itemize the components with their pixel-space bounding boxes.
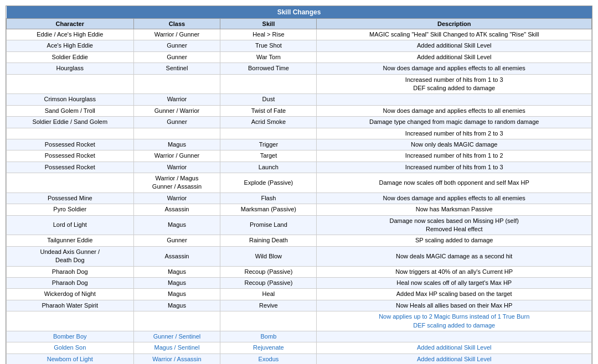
cell-description: Damage type changed from magic damage to… <box>317 117 592 128</box>
cell-character: Crimson Hourglass <box>7 94 134 105</box>
cell-class: Magus <box>133 215 220 235</box>
cell-character <box>7 173 134 193</box>
table-row: Tailgunner EddieGunnerRaining DeathSP sc… <box>7 235 592 246</box>
cell-class: Warrior / Gunner <box>133 150 220 162</box>
cell-class: Sentinel <box>133 63 220 74</box>
cell-class <box>133 74 220 94</box>
cell-skill <box>220 74 317 94</box>
table-row: Increased number of hits from 1 to 3DEF … <box>7 74 592 94</box>
cell-skill: Trigger <box>220 139 317 150</box>
cell-skill: Bomb <box>220 331 317 342</box>
table-row: Crimson HourglassWarriorDust <box>7 94 592 105</box>
cell-class: Warrior <box>133 162 220 173</box>
cell-class: Warrior <box>133 193 220 204</box>
table-title: Skill Changes <box>7 6 592 19</box>
cell-character <box>7 74 134 94</box>
cell-skill: Exodus <box>220 353 317 364</box>
cell-class: Warrior / MagusGunner / Assassin <box>133 173 220 193</box>
cell-description: Now applies up to 2 Magic Burns instead … <box>317 311 592 331</box>
table-row: Possessed MineWarriorFlashNow does damag… <box>7 193 592 204</box>
cell-skill: Rejuvenate <box>220 342 317 353</box>
header-character: Character <box>7 19 134 29</box>
cell-class: Magus <box>133 139 220 150</box>
cell-character: Possessed Rocket <box>7 150 134 162</box>
cell-skill: Flash <box>220 193 317 204</box>
cell-skill: Dust <box>220 94 317 105</box>
table-row: Newborn of LightWarrior / AssassinExodus… <box>7 353 592 364</box>
cell-skill: War Torn <box>220 51 317 63</box>
cell-class <box>133 311 220 331</box>
table-row: HourglassSentinelBorrowed TimeNow does d… <box>7 63 592 74</box>
table-row: Soldier EddieGunnerWar TornAdded additio… <box>7 51 592 63</box>
cell-character <box>7 311 134 331</box>
table-row: Golden SonMagus / SentinelRejuvenateAdde… <box>7 342 592 353</box>
cell-skill: Target <box>220 150 317 162</box>
table-row: Pharaoh DogMagusRecoup (Passive)Now trig… <box>7 266 592 277</box>
cell-character: Sand Golem / Troll <box>7 105 134 116</box>
cell-skill: Recoup (Passive) <box>220 266 317 277</box>
cell-class: Gunner / Warrior <box>133 105 220 116</box>
cell-skill: Twist of Fate <box>220 105 317 116</box>
cell-description: Now only deals MAGIC damage <box>317 139 592 150</box>
table-row: Lord of LightMagusPromise LandDamage now… <box>7 215 592 235</box>
header-class: Class <box>133 19 220 29</box>
cell-description: Added additional Skill Level <box>317 51 592 63</box>
table-row: Possessed RocketMagusTriggerNow only dea… <box>7 139 592 150</box>
cell-character: Bomber Boy <box>7 331 134 342</box>
cell-description: Added additional Skill Level <box>317 353 592 364</box>
cell-description: Damage now scales off both opponent and … <box>317 173 592 193</box>
cell-description: Added additional Skill Level <box>317 40 592 51</box>
table-row: Bomber BoyGunner / SentinelBomb <box>7 331 592 342</box>
cell-description: Now triggers at 40% of an ally's Current… <box>317 266 592 277</box>
table-row: Warrior / MagusGunner / AssassinExplode … <box>7 173 592 193</box>
cell-character: Soldier Eddie / Sand Golem <box>7 117 134 128</box>
cell-description: Now has Marksman Passive <box>317 204 592 215</box>
cell-description: Increased number of hits from 2 to 3 <box>317 128 592 139</box>
cell-description: Added Max HP scaling based on the target <box>317 289 592 300</box>
cell-description: Now deals MAGIC damage as a second hit <box>317 246 592 266</box>
cell-skill: Launch <box>220 162 317 173</box>
cell-class <box>133 128 220 139</box>
cell-class: Magus <box>133 266 220 277</box>
cell-description <box>317 94 592 105</box>
cell-skill: Heal > Rise <box>220 29 317 40</box>
cell-skill <box>220 128 317 139</box>
table-row: Pharaoh DogMagusRecoup (Passive)Heal now… <box>7 277 592 288</box>
cell-character <box>7 128 134 139</box>
cell-character: Hourglass <box>7 63 134 74</box>
cell-class: Warrior <box>133 94 220 105</box>
cell-character: Possessed Rocket <box>7 162 134 173</box>
cell-description: SP scaling added to damage <box>317 235 592 246</box>
cell-character: Undead Axis Gunner /Death Dog <box>7 246 134 266</box>
cell-character: Ace's High Eddie <box>7 40 134 51</box>
cell-character: Lord of Light <box>7 215 134 235</box>
cell-character: Soldier Eddie <box>7 51 134 63</box>
cell-skill: Raining Death <box>220 235 317 246</box>
cell-character: Possessed Rocket <box>7 139 134 150</box>
cell-character: Eddie / Ace's High Eddie <box>7 29 134 40</box>
cell-description: Damage now scales based on Missing HP (s… <box>317 215 592 235</box>
cell-description: Now does damage and applies effects to a… <box>317 193 592 204</box>
cell-class: Magus <box>133 289 220 300</box>
cell-character: Pharaoh Water Spirit <box>7 300 134 311</box>
cell-character: Possessed Mine <box>7 193 134 204</box>
cell-class: Gunner <box>133 40 220 51</box>
table-header-row: Character Class Skill Description <box>7 19 592 29</box>
cell-skill: Revive <box>220 300 317 311</box>
table-row: Pyro SoldierAssassinMarksman (Passive)No… <box>7 204 592 215</box>
table-row: Soldier Eddie / Sand GolemGunnerAcrid Sm… <box>7 117 592 128</box>
cell-description: Increased number of hits from 1 to 3DEF … <box>317 74 592 94</box>
cell-skill: Explode (Passive) <box>220 173 317 193</box>
table-row: Pharaoh Water SpiritMagusReviveNow Heals… <box>7 300 592 311</box>
cell-class: Assassin <box>133 246 220 266</box>
cell-skill: Wild Blow <box>220 246 317 266</box>
cell-description: Now does damage and applies effects to a… <box>317 105 592 116</box>
table-row: Ace's High EddieGunnerTrue ShotAdded add… <box>7 40 592 51</box>
cell-description: Now Heals all allies based on their Max … <box>317 300 592 311</box>
table-title-row: Skill Changes <box>7 6 592 19</box>
table-row: Eddie / Ace's High EddieWarrior / Gunner… <box>7 29 592 40</box>
cell-class: Gunner <box>133 51 220 63</box>
cell-description: MAGIC scaling "Heal" Skill Changed to AT… <box>317 29 592 40</box>
cell-description: Now does damage and applies effects to a… <box>317 63 592 74</box>
table-row: Undead Axis Gunner /Death DogAssassinWil… <box>7 246 592 266</box>
